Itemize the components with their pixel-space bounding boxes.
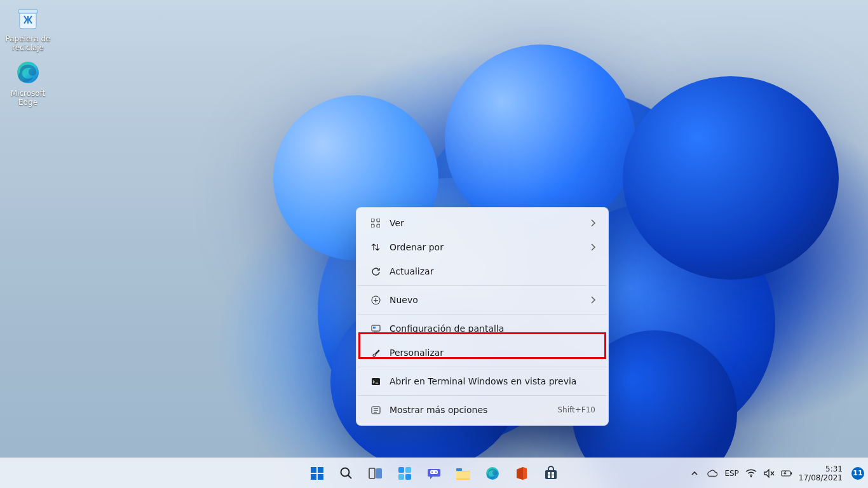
svg-rect-27 [456,468,462,471]
menu-item-label: Abrir en Terminal Windows en vista previ… [390,376,576,386]
svg-rect-19 [398,467,404,473]
onedrive-icon[interactable] [707,468,718,479]
menu-item-label: Actualizar [390,266,433,276]
menu-item-label: Ordenar por [390,242,444,252]
menu-item-display-settings[interactable]: Configuración de pantalla [360,317,604,340]
menu-separator [358,367,607,367]
svg-rect-21 [398,474,404,480]
desktop-context-menu: Ver Ordenar por Actualizar Nuevo [356,207,609,426]
menu-item-label: Personalizar [390,348,444,358]
menu-item-view[interactable]: Ver [360,212,604,234]
sort-icon [370,242,381,252]
svg-rect-4 [377,219,380,222]
svg-rect-12 [311,467,316,473]
menu-item-label: Mostrar más opciones [390,405,487,415]
grid-icon [370,218,381,228]
edge-button[interactable] [480,461,505,486]
taskbar-center [304,461,564,486]
svg-point-16 [341,468,349,476]
svg-rect-29 [545,470,557,479]
svg-rect-5 [371,224,374,227]
svg-rect-14 [311,474,316,480]
more-options-icon [370,405,381,415]
chevron-right-icon [590,243,595,251]
clock-time: 5:31 [799,464,843,473]
menu-item-shortcut: Shift+F10 [557,405,595,414]
svg-rect-6 [377,224,380,227]
svg-rect-10 [372,378,380,385]
menu-item-show-more-options[interactable]: Mostrar más opciones Shift+F10 [360,398,604,421]
terminal-icon [370,376,381,386]
clock[interactable]: 5:31 17/08/2021 [799,464,845,482]
brush-icon [370,348,381,358]
svg-rect-31 [552,472,554,475]
svg-rect-9 [373,327,376,329]
menu-item-label: Ver [390,218,404,228]
menu-separator [358,285,607,286]
chevron-right-icon [590,296,595,304]
plus-circle-icon [370,295,381,305]
chat-button[interactable] [421,461,447,486]
desktop-icon-edge[interactable]: MicrosoftEdge [4,58,52,107]
menu-item-new[interactable]: Nuevo [360,288,604,311]
clock-date: 17/08/2021 [799,473,843,482]
volume-muted-icon[interactable] [763,468,775,479]
svg-rect-32 [548,475,550,478]
taskbar: ESP 5:31 17/08/2021 11 [0,458,868,488]
desktop-icon-label: Papelera dereciclaje [4,34,52,52]
desktop[interactable]: Papelera dereciclaje MicrosoftEdge Ver [0,0,868,488]
svg-rect-20 [405,467,411,473]
desktop-icon-label: MicrosoftEdge [4,89,52,107]
menu-item-open-terminal[interactable]: Abrir en Terminal Windows en vista previ… [360,370,604,393]
svg-point-34 [750,475,752,477]
notifications-badge[interactable]: 11 [851,467,864,480]
svg-rect-1 [18,10,37,13]
svg-rect-18 [376,468,382,478]
svg-rect-33 [552,475,554,478]
menu-item-label: Configuración de pantalla [390,323,504,334]
menu-item-refresh[interactable]: Actualizar [360,260,604,283]
svg-rect-36 [790,472,792,474]
svg-point-24 [431,471,433,472]
language-indicator[interactable]: ESP [724,469,738,478]
chevron-right-icon [590,219,595,227]
microsoft-store-button[interactable] [538,461,564,486]
svg-point-25 [435,471,437,472]
office-button[interactable] [509,461,534,486]
search-button[interactable] [334,461,359,486]
menu-separator [358,395,607,396]
menu-separator [358,314,607,315]
menu-item-personalize[interactable]: Personalizar [360,341,604,364]
svg-rect-8 [372,325,380,331]
svg-rect-13 [318,467,323,473]
svg-rect-3 [371,219,374,222]
desktop-icon-recycle-bin[interactable]: Papelera dereciclaje [4,4,52,52]
menu-item-sort-by[interactable]: Ordenar por [360,236,604,259]
svg-rect-30 [548,472,550,475]
battery-icon[interactable] [781,468,792,479]
start-button[interactable] [304,461,330,486]
wifi-icon[interactable] [745,468,757,479]
refresh-icon [370,266,381,276]
wallpaper-shape [623,76,839,280]
display-icon [370,323,381,334]
task-view-button[interactable] [363,461,388,486]
recycle-bin-icon [14,4,42,32]
svg-rect-26 [456,471,470,478]
svg-rect-17 [369,468,375,478]
edge-icon [14,58,42,86]
svg-rect-15 [318,474,323,480]
taskbar-system-tray: ESP 5:31 17/08/2021 11 [689,464,864,482]
file-explorer-button[interactable] [451,461,476,486]
tray-overflow-button[interactable] [689,468,700,479]
wallpaper-shape [445,44,635,235]
svg-rect-23 [430,470,438,474]
widgets-button[interactable] [392,461,417,486]
menu-item-label: Nuevo [390,295,418,305]
svg-rect-22 [405,474,411,480]
